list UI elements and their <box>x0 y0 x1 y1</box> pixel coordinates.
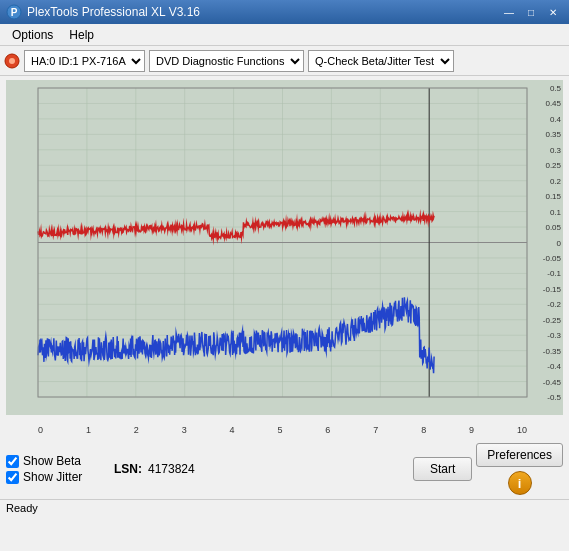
minimize-button[interactable]: — <box>499 4 519 20</box>
start-button[interactable]: Start <box>413 457 472 481</box>
close-button[interactable]: ✕ <box>543 4 563 20</box>
lsn-value: 4173824 <box>148 462 195 476</box>
maximize-button[interactable]: □ <box>521 4 541 20</box>
menu-bar: Options Help <box>0 24 569 46</box>
drive-dropdown[interactable]: HA:0 ID:1 PX-716A <box>24 50 145 72</box>
show-jitter-checkbox[interactable] <box>6 471 19 484</box>
chart-canvas <box>6 80 563 415</box>
show-beta-label: Show Beta <box>23 454 81 468</box>
preferences-button[interactable]: Preferences <box>476 443 563 467</box>
svg-text:P: P <box>11 7 18 18</box>
menu-options[interactable]: Options <box>4 26 61 44</box>
show-jitter-label: Show Jitter <box>23 470 82 484</box>
test-dropdown[interactable]: Q-Check Beta/Jitter Test <box>308 50 454 72</box>
toolbar: HA:0 ID:1 PX-716A DVD Diagnostic Functio… <box>0 46 569 76</box>
drive-selector <box>4 53 20 69</box>
lsn-label: LSN: <box>114 462 142 476</box>
function-dropdown[interactable]: DVD Diagnostic Functions <box>149 50 304 72</box>
status-text: Ready <box>6 502 38 514</box>
bottom-panel: Show Beta Show Jitter LSN: 4173824 Start… <box>0 439 569 499</box>
show-beta-row: Show Beta <box>6 454 106 468</box>
checkboxes-area: Show Beta Show Jitter <box>6 454 106 484</box>
title-bar: P PlexTools Professional XL V3.16 — □ ✕ <box>0 0 569 24</box>
menu-help[interactable]: Help <box>61 26 102 44</box>
lsn-area: LSN: 4173824 <box>114 462 405 476</box>
status-bar: Ready <box>0 499 569 517</box>
buttons-area: Start Preferences i <box>413 443 563 495</box>
app-icon: P <box>6 4 22 20</box>
drive-icon <box>4 53 20 69</box>
window-title: PlexTools Professional XL V3.16 <box>27 5 200 19</box>
chart-container: High Low 0 1 2 3 4 5 6 7 8 9 10 <box>6 80 563 435</box>
x-axis: 0 1 2 3 4 5 6 7 8 9 10 <box>38 425 527 435</box>
show-jitter-row: Show Jitter <box>6 470 106 484</box>
show-beta-checkbox[interactable] <box>6 455 19 468</box>
svg-point-3 <box>9 58 15 64</box>
info-button[interactable]: i <box>508 471 532 495</box>
